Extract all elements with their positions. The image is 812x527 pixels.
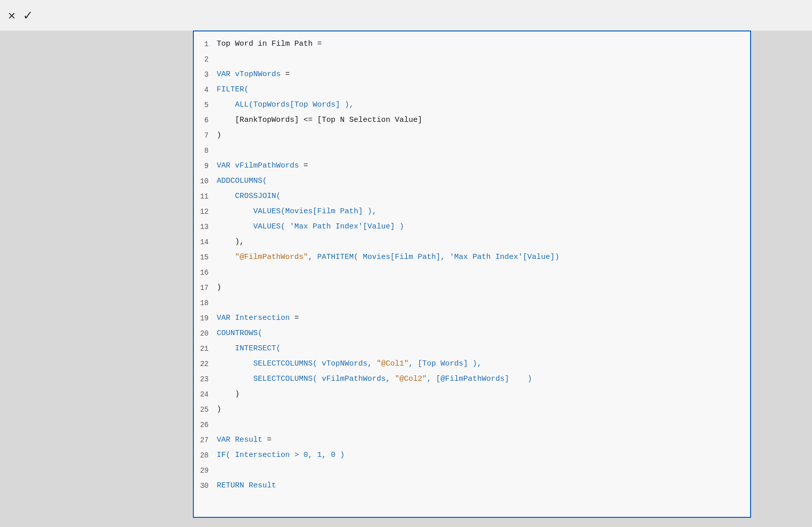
line-content	[217, 265, 750, 280]
line-content: ),	[217, 235, 750, 250]
code-line: 22 SELECTCOLUMNS( vTopNWords, "@Col1", […	[194, 356, 750, 372]
code-line: 28IF( Intersection > 0, 1, 0 )	[194, 448, 750, 463]
line-number: 7	[194, 128, 217, 143]
line-content: INTERSECT(	[217, 341, 750, 356]
line-content: VAR vFilmPathWords =	[217, 158, 750, 174]
code-line: 9VAR vFilmPathWords =	[194, 158, 750, 174]
line-content: [RankTopWords] <= [Top N Selection Value…	[217, 113, 750, 128]
line-number: 20	[194, 326, 217, 341]
line-number: 16	[194, 265, 217, 280]
line-content	[217, 463, 750, 478]
code-line: 6 [RankTopWords] <= [Top N Selection Val…	[194, 113, 750, 128]
line-number: 3	[194, 67, 217, 82]
line-number: 6	[194, 113, 217, 128]
line-number: 29	[194, 463, 217, 478]
line-number: 21	[194, 341, 217, 356]
line-number: 13	[194, 219, 217, 235]
line-content: FILTER(	[217, 82, 750, 97]
code-line: 1Top Word in Film Path =	[194, 37, 750, 52]
code-line: 21 INTERSECT(	[194, 341, 750, 356]
code-line: 2	[194, 52, 750, 67]
line-number: 11	[194, 189, 217, 204]
line-content: ALL(TopWords[Top Words] ),	[217, 97, 750, 113]
line-number: 10	[194, 174, 217, 189]
line-number: 17	[194, 280, 217, 295]
line-content: VAR vTopNWords =	[217, 67, 750, 82]
line-content: SELECTCOLUMNS( vFilmPathWords, "@Col2", …	[217, 372, 750, 387]
line-content: "@FilmPathWords", PATHITEM( Movies[Film …	[217, 250, 750, 265]
code-line: 30RETURN Result	[194, 478, 750, 493]
code-line: 10ADDCOLUMNS(	[194, 174, 750, 189]
line-number: 26	[194, 417, 217, 433]
line-number: 28	[194, 448, 217, 463]
line-content: )	[217, 280, 750, 295]
top-bar: ✕ ✓	[0, 0, 812, 30]
line-number: 24	[194, 387, 217, 402]
line-content: VALUES( 'Max Path Index'[Value] )	[217, 219, 750, 235]
code-editor[interactable]: 1Top Word in Film Path =2 3VAR vTopNWord…	[193, 30, 751, 518]
line-content: VAR Result =	[217, 433, 750, 448]
line-content: VALUES(Movies[Film Path] ),	[217, 204, 750, 219]
line-number: 14	[194, 235, 217, 250]
line-content: )	[217, 402, 750, 417]
line-content: VAR Intersection =	[217, 311, 750, 326]
code-line: 29	[194, 463, 750, 478]
line-content: )	[217, 387, 750, 402]
line-number: 18	[194, 295, 217, 311]
code-line: 26	[194, 417, 750, 433]
code-line: 4FILTER(	[194, 82, 750, 97]
line-content	[217, 52, 750, 67]
code-line: 12 VALUES(Movies[Film Path] ),	[194, 204, 750, 219]
code-line: 16	[194, 265, 750, 280]
line-number: 25	[194, 402, 217, 417]
line-content	[217, 295, 750, 311]
code-line: 23 SELECTCOLUMNS( vFilmPathWords, "@Col2…	[194, 372, 750, 387]
line-content: SELECTCOLUMNS( vTopNWords, "@Col1", [Top…	[217, 356, 750, 372]
line-number: 2	[194, 52, 217, 67]
confirm-icon[interactable]: ✓	[23, 7, 32, 24]
code-line: 19VAR Intersection =	[194, 311, 750, 326]
line-content: IF( Intersection > 0, 1, 0 )	[217, 448, 750, 463]
close-icon[interactable]: ✕	[8, 8, 15, 23]
code-line: 8	[194, 143, 750, 158]
code-line: 15 "@FilmPathWords", PATHITEM( Movies[Fi…	[194, 250, 750, 265]
line-content	[217, 417, 750, 433]
line-number: 15	[194, 250, 217, 265]
code-line: 5 ALL(TopWords[Top Words] ),	[194, 97, 750, 113]
code-line: 13 VALUES( 'Max Path Index'[Value] )	[194, 219, 750, 235]
line-content: ADDCOLUMNS(	[217, 174, 750, 189]
code-line: 3VAR vTopNWords =	[194, 67, 750, 82]
code-line: 24 )	[194, 387, 750, 402]
code-line: 25)	[194, 402, 750, 417]
line-number: 8	[194, 143, 217, 158]
line-content: CROSSJOIN(	[217, 189, 750, 204]
code-line: 18	[194, 295, 750, 311]
line-number: 19	[194, 311, 217, 326]
code-line: 14 ),	[194, 235, 750, 250]
code-line: 17)	[194, 280, 750, 295]
code-line: 27VAR Result =	[194, 433, 750, 448]
line-number: 30	[194, 478, 217, 493]
line-number: 12	[194, 204, 217, 219]
line-number: 1	[194, 37, 217, 52]
line-content: Top Word in Film Path =	[217, 37, 750, 52]
code-line: 7)	[194, 128, 750, 143]
line-number: 4	[194, 82, 217, 97]
code-line: 20COUNTROWS(	[194, 326, 750, 341]
line-number: 22	[194, 356, 217, 372]
code-line: 11 CROSSJOIN(	[194, 189, 750, 204]
line-content	[217, 143, 750, 158]
code-content: 1Top Word in Film Path =2 3VAR vTopNWord…	[194, 31, 750, 499]
line-number: 23	[194, 372, 217, 387]
line-number: 27	[194, 433, 217, 448]
page-wrapper: ✕ ✓ 1Top Word in Film Path =2 3VAR vTopN…	[0, 0, 812, 527]
line-content: )	[217, 128, 750, 143]
line-content: RETURN Result	[217, 478, 750, 493]
line-content: COUNTROWS(	[217, 326, 750, 341]
line-number: 9	[194, 158, 217, 174]
line-number: 5	[194, 97, 217, 113]
